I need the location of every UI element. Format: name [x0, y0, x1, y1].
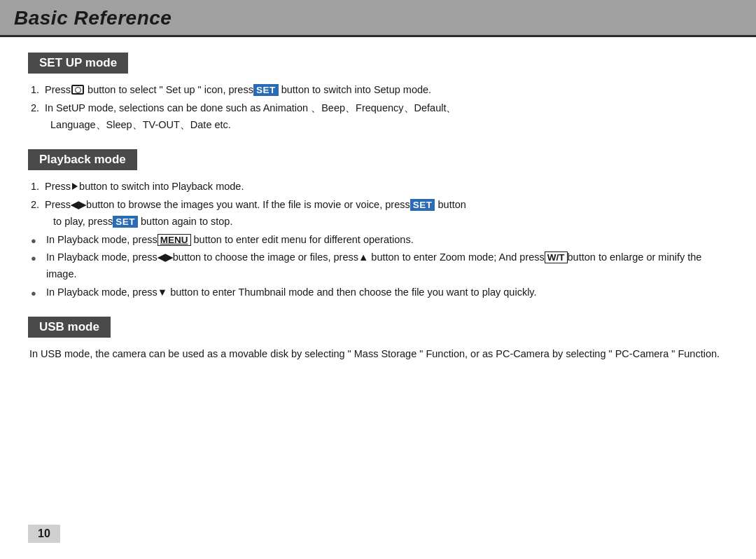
set-badge-1: SET: [253, 84, 279, 96]
playback-bullet-3: ● In Playback mode, press▼ button to ent…: [29, 284, 728, 301]
playback-header: Playback mode: [28, 146, 728, 179]
usb-header: USB mode: [28, 314, 728, 346]
play-arrow-icon: [72, 183, 78, 190]
set-badge-3: SET: [113, 216, 138, 228]
lr-arrows-icon: ◀▶: [71, 199, 86, 210]
page-title: Basic Reference: [14, 7, 172, 29]
playback-bullet-1: ● In Playback mode, pressMENU button to …: [29, 232, 728, 249]
usb-text: In USB mode, the camera can be used as a…: [29, 348, 720, 359]
setup-section-label: SET UP mode: [28, 53, 128, 74]
main-content: SET UP mode 1. Press button to select " …: [0, 37, 756, 388]
lr-arrows-icon-2: ◀▶: [158, 251, 173, 263]
setup-content: 1. Press button to select " Set up " ico…: [28, 82, 728, 134]
setup-header: SET UP mode: [28, 50, 728, 82]
playback-bullet-2: ● In Playback mode, press◀▶button to cho…: [29, 249, 728, 283]
playback-section: Playback mode 1. Pressbutton to switch i…: [28, 146, 728, 301]
page-header: Basic Reference: [0, 0, 756, 37]
playback-section-label: Playback mode: [28, 149, 137, 170]
usb-content: In USB mode, the camera can be used as a…: [28, 346, 728, 363]
content-wrapper: SET UP mode 1. Press button to select " …: [0, 37, 756, 557]
camera-icon: [71, 85, 84, 95]
playback-item-1: 1. Pressbutton to switch into Playback m…: [29, 179, 728, 195]
wt-badge: W/T: [545, 251, 568, 263]
usb-section: USB mode In USB mode, the camera can be …: [28, 314, 728, 363]
setup-item-1: 1. Press button to select " Set up " ico…: [29, 82, 728, 99]
setup-section: SET UP mode 1. Press button to select " …: [28, 50, 728, 134]
set-badge-2: SET: [410, 199, 435, 211]
page-number: 10: [28, 525, 60, 543]
setup-item-2: 2. In SetUP mode, selections can be done…: [29, 100, 728, 134]
bullet-circle-icon-2: ●: [31, 249, 46, 265]
bullet-circle-icon-1: ●: [31, 232, 46, 248]
usb-section-label: USB mode: [28, 317, 111, 338]
bullet-circle-icon-3: ●: [31, 284, 46, 301]
playback-item-2: 2. Press◀▶button to browse the images yo…: [29, 197, 728, 230]
playback-content: 1. Pressbutton to switch into Playback m…: [28, 179, 728, 301]
menu-badge: MENU: [158, 234, 191, 246]
